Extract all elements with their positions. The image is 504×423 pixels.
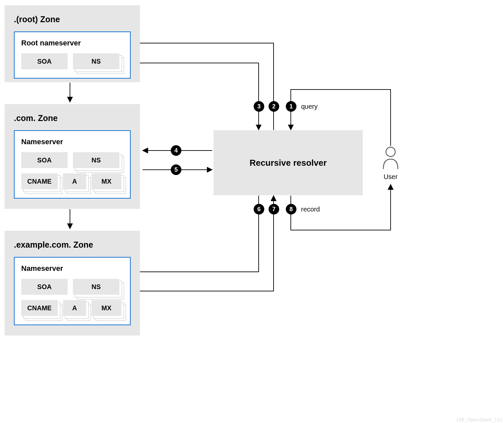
record-a: A [63,300,86,316]
step-badge-3: 3 [254,101,264,112]
arrow-step-2 [132,43,274,130]
root-nameserver-title: Root nameserver [21,39,123,47]
zone-com-title: .com. Zone [14,113,131,123]
root-nameserver-box: Root nameserver SOA NS [14,31,131,79]
example-nameserver-title: Nameserver [21,264,123,273]
record-soa: SOA [21,152,68,168]
step-badge-1: 1 [286,101,296,112]
zone-root: .(root) Zone Root nameserver SOA NS [5,5,140,82]
watermark-text: 188_OpenStack_122 [456,417,503,422]
step-badge-5: 5 [171,164,181,175]
record-a: A [63,173,86,189]
record-ns: NS [73,279,119,295]
zone-example: .example.com. Zone Nameserver SOA NS CNA… [5,231,140,335]
recursive-resolver-label: Recursive resolver [250,158,327,168]
record-soa: SOA [21,279,68,295]
zone-root-title: .(root) Zone [14,15,131,24]
record-ns: NS [73,53,119,69]
zone-example-title: .example.com. Zone [14,240,131,250]
arrow-step-6 [132,196,259,272]
step-badge-2: 2 [269,101,279,112]
record-cname: CNAME [21,173,58,189]
step-label-record: record [301,206,320,213]
arrow-step-3 [129,63,259,130]
step-label-query: query [301,103,318,110]
zone-com: .com. Zone Nameserver SOA NS CNAME [5,104,140,209]
step-badge-6: 6 [254,204,264,214]
step-badge-8: 8 [286,204,296,214]
record-ns: NS [73,152,119,168]
user-caption: User [381,173,400,181]
recursive-resolver-box: Recursive resolver [214,130,363,195]
user-node: User [381,146,400,181]
step-badge-7: 7 [269,204,279,214]
record-soa: SOA [21,53,68,69]
record-mx: MX [92,173,121,189]
user-icon [381,146,400,170]
record-mx: MX [92,300,121,316]
step-badge-4: 4 [171,145,181,156]
com-nameserver-title: Nameserver [21,138,123,146]
arrow-step-7 [129,196,274,291]
record-cname: CNAME [21,300,58,316]
svg-point-0 [386,147,395,156]
com-nameserver-box: Nameserver SOA NS CNAME [14,130,131,199]
example-nameserver-box: Nameserver SOA NS CNAME [14,257,131,325]
